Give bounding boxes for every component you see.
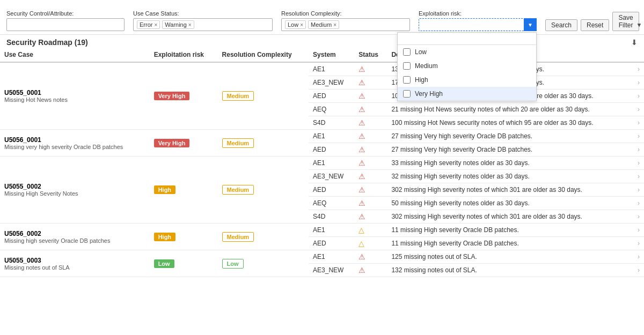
chevron-right-icon[interactable]: › <box>638 106 640 113</box>
description-cell: 32 missing High severity notes older as … <box>387 170 631 183</box>
description-cell: 21 missing Hot News security notes of wh… <box>387 103 631 116</box>
medium-tag[interactable]: Medium × <box>308 20 339 29</box>
exploitation-badge: High <box>154 185 175 194</box>
dropdown-item-medium[interactable]: Medium <box>398 59 536 73</box>
chevron-right-icon[interactable]: › <box>638 92 640 100</box>
reset-button[interactable]: Reset <box>581 19 609 31</box>
chevron-right-icon[interactable]: › <box>638 65 640 73</box>
chevron-right-icon[interactable]: › <box>638 132 640 140</box>
use-case-cell: U5055_0002Missing High Severity Notes <box>0 157 150 224</box>
row-arrow[interactable]: › <box>632 130 644 143</box>
download-icon[interactable]: ⬇ <box>631 38 638 47</box>
resolution-badge: Medium <box>222 232 254 242</box>
chevron-right-icon[interactable]: › <box>638 240 640 247</box>
row-arrow[interactable]: › <box>632 157 644 170</box>
chevron-right-icon[interactable]: › <box>638 226 640 234</box>
use-case-id: U5055_0003 <box>4 257 145 264</box>
row-arrow[interactable]: › <box>632 250 644 264</box>
use-case-cell: U5055_0001Missing Hot News notes <box>0 62 150 130</box>
row-arrow[interactable]: › <box>632 90 644 103</box>
status-cell: △ <box>354 224 387 237</box>
exploitation-dropdown-btn[interactable]: ▼ <box>524 18 537 31</box>
system-cell: AE1 <box>309 130 354 143</box>
dropdown-item-high[interactable]: High <box>398 73 536 87</box>
status-cell: ⚠ <box>354 183 387 197</box>
error-tag[interactable]: Error × <box>137 20 160 29</box>
remove-error-tag[interactable]: × <box>154 22 157 28</box>
checkbox-low[interactable] <box>403 48 411 56</box>
use-case-cell: U5056_0002Missing high severity Oracle D… <box>0 224 150 250</box>
description-cell: 302 missing High severity notes of which… <box>387 183 631 197</box>
use-case-id: U5056_0002 <box>4 230 145 237</box>
description-cell: 132 missing notes out of SLA. <box>387 264 631 277</box>
status-cell: ⚠ <box>354 130 387 143</box>
resolution-badge: Medium <box>222 91 254 101</box>
resolution-badge: Medium <box>222 185 254 195</box>
system-cell: AED <box>309 183 354 197</box>
table-row: U5056_0001Missing very high severity Ora… <box>0 130 644 143</box>
error-icon: ⚠ <box>358 105 365 114</box>
resolution-complexity-select[interactable]: Low × Medium × ▼ <box>281 18 410 31</box>
dropdown-item-very-high[interactable]: Very High <box>398 87 536 101</box>
dropdown-search-input[interactable] <box>398 33 536 45</box>
chevron-right-icon[interactable]: › <box>638 186 640 193</box>
use-case-id: U5056_0001 <box>4 136 145 144</box>
checkbox-very-high[interactable] <box>403 90 411 98</box>
use-case-desc: Missing Hot News notes <box>4 96 145 103</box>
row-arrow[interactable]: › <box>632 264 644 277</box>
row-arrow[interactable]: › <box>632 197 644 210</box>
chevron-right-icon[interactable]: › <box>638 199 640 207</box>
error-icon: ⚠ <box>358 252 365 261</box>
row-arrow[interactable]: › <box>632 116 644 130</box>
remove-warning-tag[interactable]: × <box>188 22 192 28</box>
use-case-status-group: Use Case Status: Error × Warning × ▼ <box>133 10 273 31</box>
description-cell: 11 missing High severity Oracle DB patch… <box>387 224 631 237</box>
chevron-right-icon[interactable]: › <box>638 119 640 126</box>
table-row: U5055_0002Missing High Severity NotesHig… <box>0 157 644 170</box>
exploitation-container: ▼ Low Medium High Very High <box>419 18 537 31</box>
row-arrow[interactable]: › <box>632 183 644 197</box>
remove-medium-tag[interactable]: × <box>333 22 336 28</box>
error-icon: ⚠ <box>358 78 365 87</box>
use-case-cell: U5055_0003Missing notes out of SLA <box>0 250 150 277</box>
description-cell: 33 missing High severity notes older as … <box>387 157 631 170</box>
use-case-status-select[interactable]: Error × Warning × ▼ <box>133 18 273 31</box>
description-cell: 27 missing Very high severity Oracle DB … <box>387 143 631 157</box>
chevron-right-icon[interactable]: › <box>638 159 640 167</box>
chevron-down-icon: ▼ <box>636 22 642 28</box>
checkbox-medium[interactable] <box>403 62 411 70</box>
row-arrow[interactable]: › <box>632 210 644 224</box>
row-arrow[interactable]: › <box>632 170 644 183</box>
error-icon: ⚠ <box>358 199 365 207</box>
col-status: Status <box>354 48 387 62</box>
status-cell: ⚠ <box>354 90 387 103</box>
warning-tag[interactable]: Warning × <box>162 20 194 29</box>
chevron-right-icon[interactable]: › <box>638 79 640 86</box>
row-arrow[interactable]: › <box>632 237 644 250</box>
exploitation-risk-cell: Low <box>150 250 218 277</box>
chevron-right-icon[interactable]: › <box>638 213 640 220</box>
system-cell: AED <box>309 237 354 250</box>
dropdown-label-medium: Medium <box>415 62 438 70</box>
dropdown-item-low[interactable]: Low <box>398 45 536 59</box>
chevron-right-icon[interactable]: › <box>638 253 640 260</box>
col-arrow <box>632 48 644 62</box>
status-cell: ⚠ <box>354 170 387 183</box>
row-arrow[interactable]: › <box>632 143 644 157</box>
row-arrow[interactable]: › <box>632 103 644 116</box>
checkbox-high[interactable] <box>403 76 411 84</box>
status-cell: ⚠ <box>354 143 387 157</box>
row-arrow[interactable]: › <box>632 62 644 76</box>
security-control-select[interactable]: ▼ <box>6 18 125 31</box>
row-arrow[interactable]: › <box>632 224 644 237</box>
remove-low-tag[interactable]: × <box>300 22 303 28</box>
chevron-right-icon[interactable]: › <box>638 266 640 274</box>
exploitation-risk-input[interactable] <box>419 18 537 31</box>
system-cell: AE3_NEW <box>309 170 354 183</box>
chevron-right-icon[interactable]: › <box>638 146 640 153</box>
search-button[interactable]: Search <box>545 19 577 31</box>
save-filter-button[interactable]: Save Filter <box>612 12 639 31</box>
row-arrow[interactable]: › <box>632 76 644 90</box>
low-tag[interactable]: Low × <box>285 20 306 29</box>
chevron-right-icon[interactable]: › <box>638 173 640 180</box>
